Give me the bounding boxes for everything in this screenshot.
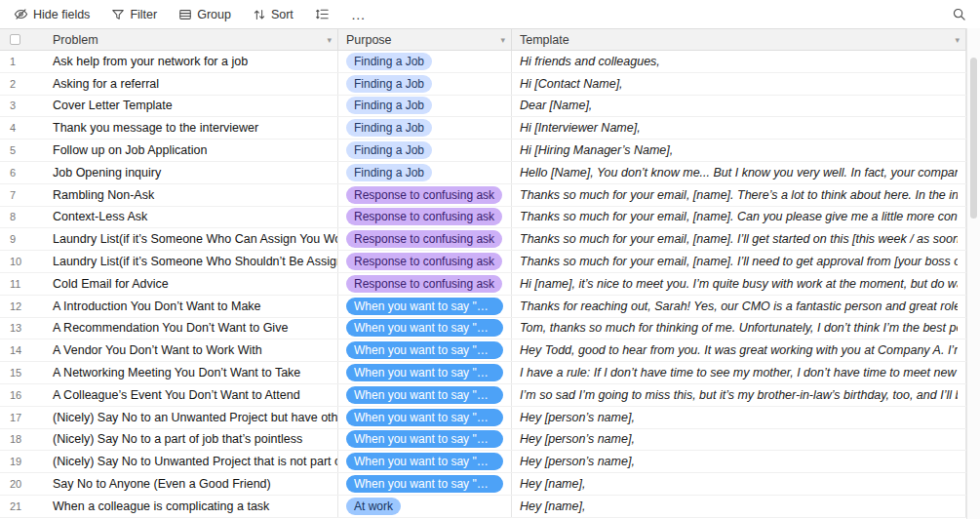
table-row[interactable]: 11Cold Email for AdviceResponse to confu… — [0, 273, 966, 296]
problem-cell[interactable]: Ask help from your network for a job — [45, 51, 338, 72]
template-cell[interactable]: Thanks for reaching out, Sarah! Yes, our… — [512, 296, 966, 317]
row-number[interactable]: 17 — [0, 407, 45, 428]
select-all-checkbox[interactable] — [10, 34, 20, 45]
problem-cell[interactable]: Asking for a referral — [45, 73, 338, 95]
hide-fields-button[interactable]: Hide fields — [14, 7, 90, 21]
template-cell[interactable]: Thanks so much for your email, [name]. I… — [512, 251, 966, 272]
chevron-down-icon[interactable]: ▾ — [955, 35, 960, 45]
filter-button[interactable]: Filter — [111, 8, 157, 21]
problem-cell[interactable]: A Colleague’s Event You Don’t Want to At… — [45, 384, 338, 406]
chevron-down-icon[interactable]: ▾ — [500, 35, 505, 45]
problem-cell[interactable]: A Networking Meeting You Don’t Want to T… — [45, 362, 338, 383]
purpose-cell[interactable]: Response to confusing ask — [338, 184, 512, 206]
purpose-cell[interactable]: At work — [338, 496, 512, 517]
problem-cell[interactable]: Laundry List(if it’s Someone Who Shouldn… — [45, 251, 338, 272]
problem-cell[interactable]: (Nicely) Say No to a part of job that’s … — [45, 429, 338, 451]
purpose-cell[interactable]: Finding a Job — [338, 117, 512, 139]
purpose-cell[interactable]: When you want to say "No" — [338, 384, 512, 406]
template-cell[interactable]: Hey [name], — [512, 496, 966, 517]
vertical-scrollbar[interactable] — [970, 58, 977, 219]
template-cell[interactable]: Hi [Contact Name], — [512, 73, 966, 95]
template-cell[interactable]: Hi [Hiring Manager’s Name], — [512, 140, 966, 161]
template-cell[interactable]: Thanks so much for your email, [name]. T… — [512, 184, 966, 206]
row-number[interactable]: 8 — [0, 207, 45, 228]
purpose-cell[interactable]: Finding a Job — [338, 140, 512, 161]
table-row[interactable]: 13A Recommendation You Don’t Want to Giv… — [0, 318, 966, 340]
group-button[interactable]: Group — [178, 8, 231, 21]
template-cell[interactable]: Hey [person’s name], — [512, 429, 966, 451]
row-number[interactable]: 2 — [0, 73, 45, 95]
problem-cell[interactable]: Cover Letter Template — [45, 96, 338, 117]
purpose-cell[interactable]: When you want to say "No" — [338, 473, 512, 495]
purpose-cell[interactable]: When you want to say "No" — [338, 339, 512, 361]
template-cell[interactable]: Hi [Interviewer Name], — [512, 117, 966, 139]
table-row[interactable]: 20Say No to Anyone (Even a Good Friend)W… — [0, 473, 966, 496]
table-row[interactable]: 12A Introduction You Don’t Want to MakeW… — [0, 296, 966, 318]
problem-cell[interactable]: A Recommendation You Don’t Want to Give — [45, 318, 338, 339]
problem-cell[interactable]: Thank you message to the interviewer — [45, 117, 338, 139]
column-header-template[interactable]: Template ▾ — [512, 29, 966, 50]
row-number[interactable]: 5 — [0, 140, 45, 161]
template-cell[interactable]: Thanks so much for your email, [name]. C… — [512, 207, 966, 228]
problem-cell[interactable]: Cold Email for Advice — [45, 273, 338, 295]
table-row[interactable]: 10Laundry List(if it’s Someone Who Shoul… — [0, 251, 966, 273]
problem-cell[interactable]: A Introduction You Don’t Want to Make — [45, 296, 338, 317]
purpose-cell[interactable]: When you want to say "No" — [338, 451, 512, 472]
sort-button[interactable]: Sort — [253, 8, 294, 21]
table-row[interactable]: 8Context-Less AskResponse to confusing a… — [0, 207, 966, 229]
table-row[interactable]: 2Asking for a referralFinding a JobHi [C… — [0, 73, 966, 96]
row-number[interactable]: 6 — [0, 162, 45, 183]
problem-cell[interactable]: (Nicely) Say No to Unwanted Project that… — [45, 451, 338, 472]
table-row[interactable]: 1Ask help from your network for a jobFin… — [0, 51, 966, 73]
template-cell[interactable]: Thanks so much for your email, [name]. I… — [512, 228, 966, 250]
more-options-button[interactable]: … — [351, 10, 367, 20]
row-number[interactable]: 18 — [0, 429, 45, 451]
purpose-cell[interactable]: When you want to say "No" — [338, 296, 512, 317]
row-number[interactable]: 3 — [0, 96, 45, 117]
row-number[interactable]: 19 — [0, 451, 45, 472]
problem-cell[interactable]: Say No to Anyone (Even a Good Friend) — [45, 473, 338, 495]
table-row[interactable]: 21When a colleague is complicating a tas… — [0, 496, 966, 518]
row-number[interactable]: 11 — [0, 273, 45, 295]
table-row[interactable]: 9Laundry List(if it’s Someone Who Can As… — [0, 228, 966, 251]
table-row[interactable]: 5Follow up on Job ApplicationFinding a J… — [0, 140, 966, 162]
purpose-cell[interactable]: Response to confusing ask — [338, 251, 512, 272]
row-number[interactable]: 13 — [0, 318, 45, 339]
purpose-cell[interactable]: Response to confusing ask — [338, 228, 512, 250]
row-number[interactable]: 1 — [0, 51, 45, 72]
template-cell[interactable]: Tom, thanks so much for thinking of me. … — [512, 318, 966, 339]
problem-cell[interactable]: Job Opening inquiry — [45, 162, 338, 183]
table-row[interactable]: 6Job Opening inquiryFinding a JobHello [… — [0, 162, 966, 184]
purpose-cell[interactable]: When you want to say "No" — [338, 318, 512, 339]
template-cell[interactable]: Hi friends and colleagues, — [512, 51, 966, 72]
table-row[interactable]: 19(Nicely) Say No to Unwanted Project th… — [0, 451, 966, 473]
row-number[interactable]: 12 — [0, 296, 45, 317]
problem-cell[interactable]: Laundry List(if it’s Someone Who Can Ass… — [45, 228, 338, 250]
template-cell[interactable]: I have a rule: If I don’t have time to s… — [512, 362, 966, 383]
table-row[interactable]: 3Cover Letter TemplateFinding a JobDear … — [0, 96, 966, 118]
row-number[interactable]: 4 — [0, 117, 45, 139]
template-cell[interactable]: I’m so sad I’m going to miss this, but i… — [512, 384, 966, 406]
table-row[interactable]: 7Rambling Non-AskResponse to confusing a… — [0, 184, 966, 207]
purpose-cell[interactable]: Finding a Job — [338, 51, 512, 72]
row-number[interactable]: 15 — [0, 362, 45, 383]
problem-cell[interactable]: When a colleague is complicating a task — [45, 496, 338, 517]
row-number[interactable]: 9 — [0, 228, 45, 250]
row-number[interactable]: 20 — [0, 473, 45, 495]
row-number[interactable]: 7 — [0, 184, 45, 206]
template-cell[interactable]: Hello [Name], You don’t know me... But I… — [512, 162, 966, 183]
row-number[interactable]: 21 — [0, 496, 45, 517]
purpose-cell[interactable]: When you want to say "No" — [338, 407, 512, 428]
template-cell[interactable]: Hey Todd, good to hear from you. It was … — [512, 339, 966, 361]
row-number[interactable]: 10 — [0, 251, 45, 272]
purpose-cell[interactable]: Finding a Job — [338, 162, 512, 183]
purpose-cell[interactable]: Finding a Job — [338, 73, 512, 95]
table-row[interactable]: 17(Nicely) Say No to an Unwanted Project… — [0, 407, 966, 429]
row-number[interactable]: 16 — [0, 384, 45, 406]
chevron-down-icon[interactable]: ▾ — [327, 35, 332, 45]
purpose-cell[interactable]: Finding a Job — [338, 96, 512, 117]
template-cell[interactable]: Hey [name], — [512, 473, 966, 495]
template-cell[interactable]: Hey [person’s name], — [512, 407, 966, 428]
template-cell[interactable]: Dear [Name], — [512, 96, 966, 117]
problem-cell[interactable]: Context-Less Ask — [45, 207, 338, 228]
